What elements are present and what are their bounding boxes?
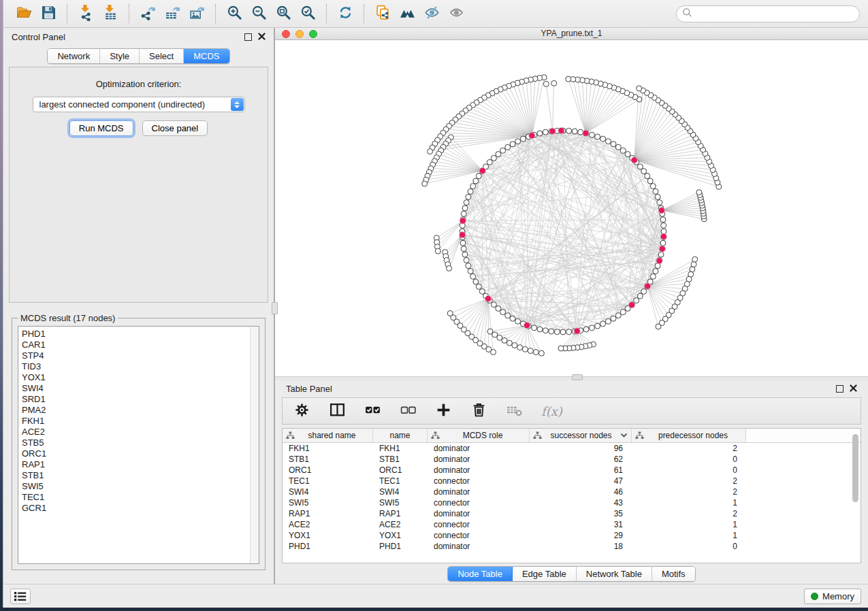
mcds-result-item[interactable]: TID3 [22, 361, 259, 372]
import-table-button[interactable] [98, 3, 123, 24]
mcds-result-item[interactable]: STP4 [22, 350, 259, 361]
settings-button[interactable] [293, 401, 310, 421]
minimize-frame-icon[interactable] [295, 30, 304, 38]
table-row[interactable]: ACE2ACE2connector311 [283, 519, 861, 530]
mcds-result-item[interactable]: ORC1 [22, 448, 259, 459]
import-table-icon [102, 4, 119, 24]
table-scrollbar-thumb[interactable] [852, 434, 858, 502]
table-row[interactable]: SWI5SWI5connector431 [283, 497, 861, 508]
tab-motifs[interactable]: Motifs [652, 567, 695, 581]
mcds-result-item[interactable]: GCR1 [22, 503, 259, 514]
deselect-all-button[interactable] [400, 401, 417, 421]
network-canvas[interactable] [275, 40, 868, 376]
cell-predecessor_nodes: 2 [632, 509, 746, 518]
mcds-result-item[interactable]: ACE2 [22, 427, 259, 437]
export-table-button[interactable] [160, 3, 184, 24]
split-panel-button[interactable] [329, 401, 346, 421]
cell-successor_nodes: 29 [530, 531, 632, 540]
add-column-button[interactable] [435, 401, 452, 421]
delete-column-button[interactable] [470, 401, 487, 421]
table-row[interactable]: YOX1YOX1connector291 [283, 530, 861, 541]
mcds-result-item[interactable]: STB5 [22, 437, 259, 448]
vertical-splitter-handle[interactable] [272, 302, 278, 314]
mcds-result-item[interactable]: CAR1 [22, 340, 259, 350]
task-history-button[interactable] [10, 589, 31, 604]
import-network-button[interactable] [74, 3, 98, 24]
mcds-result-item[interactable]: SWI4 [22, 383, 259, 394]
close-panel-icon[interactable] [258, 32, 266, 42]
cell-successor_nodes: 46 [530, 487, 632, 497]
export-network-button[interactable] [135, 3, 160, 24]
clone-network-button[interactable] [370, 3, 395, 24]
mcds-result-item[interactable]: YOX1 [22, 372, 259, 383]
zoom-selected-button[interactable] [295, 3, 320, 24]
zoom-out-button[interactable] [246, 3, 271, 24]
show-all-icon [448, 4, 465, 24]
horizontal-splitter[interactable] [275, 376, 868, 380]
zoom-fit-button[interactable] [271, 3, 295, 24]
cell-predecessor_nodes: 2 [632, 444, 746, 453]
maximize-frame-icon[interactable] [309, 30, 317, 38]
cell-predecessor_nodes: 1 [632, 498, 746, 508]
column-header-MCDS-role[interactable]: MCDS role [428, 429, 530, 442]
mcds-result-item[interactable]: RAP1 [22, 459, 259, 470]
search-box[interactable] [676, 5, 860, 22]
mcds-result-item[interactable]: TEC1 [22, 492, 259, 503]
table-row[interactable]: PHD1PHD1dominator180 [283, 541, 861, 552]
mcds-list-scrollbar[interactable] [250, 327, 259, 563]
column-header-shared-name[interactable]: shared name [283, 429, 373, 442]
open-button[interactable] [12, 3, 36, 24]
mcds-result-item[interactable]: STB1 [22, 470, 259, 481]
show-all-button[interactable] [444, 3, 468, 24]
run-mcds-button[interactable]: Run MCDS [69, 120, 133, 136]
table-row[interactable]: RAP1RAP1dominator352 [283, 508, 861, 519]
column-header-successor-nodes[interactable]: successor nodes [530, 429, 632, 442]
memory-label: Memory [822, 591, 854, 601]
float-panel-icon[interactable] [244, 33, 252, 41]
binoculars-button[interactable] [395, 3, 419, 24]
export-table-icon [164, 4, 181, 24]
save-button[interactable] [36, 3, 61, 24]
select-all-button[interactable] [364, 401, 381, 421]
cell-name: TEC1 [373, 476, 428, 486]
horizontal-splitter-handle[interactable] [572, 374, 583, 380]
mcds-result-item[interactable]: FKH1 [22, 416, 259, 427]
float-table-panel-icon[interactable] [836, 385, 843, 393]
tab-style[interactable]: Style [100, 49, 140, 63]
mcds-result-item[interactable]: PMA2 [22, 405, 259, 416]
search-input[interactable] [696, 9, 854, 18]
close-panel-button[interactable]: Close panel [142, 120, 208, 136]
memory-button[interactable]: Memory [804, 589, 861, 604]
table-row[interactable]: STB1STB1dominator620 [283, 454, 861, 465]
table-row[interactable]: SWI4SWI4dominator462 [283, 486, 861, 497]
cell-predecessor_nodes: 1 [632, 531, 746, 540]
tab-network[interactable]: Network [48, 49, 100, 63]
cell-name: PHD1 [373, 542, 428, 551]
tab-mcds[interactable]: MCDS [184, 49, 229, 63]
mcds-result-item[interactable]: SRD1 [22, 394, 259, 405]
close-frame-icon[interactable] [282, 30, 290, 38]
tab-select[interactable]: Select [140, 49, 184, 63]
column-header-name[interactable]: name [373, 429, 428, 442]
mcds-result-list[interactable]: PHD1CAR1STP4TID3YOX1SWI4SRD1PMA2FKH1ACE2… [18, 326, 259, 564]
table-header-row: shared namenameMCDS rolesuccessor nodesp… [283, 429, 861, 443]
hide-selected-button[interactable] [419, 3, 444, 24]
mcds-result-item[interactable]: PHD1 [22, 329, 259, 340]
network-frame-titlebar[interactable]: YPA_prune.txt_1 [275, 28, 868, 40]
table-row[interactable]: ORC1ORC1dominator610 [283, 465, 861, 476]
table-row[interactable]: FKH1FKH1dominator962 [283, 443, 861, 454]
cell-shared_name: ACE2 [283, 520, 373, 529]
refresh-button[interactable] [333, 3, 357, 24]
export-image-button[interactable] [184, 3, 209, 24]
tab-node-table[interactable]: Node Table [448, 567, 513, 581]
tab-edge-table[interactable]: Edge Table [513, 567, 577, 581]
cell-mcds_role: dominator [428, 444, 530, 453]
close-table-panel-icon[interactable] [850, 384, 857, 394]
tab-network-table[interactable]: Network Table [577, 567, 652, 581]
table-row[interactable]: TEC1TEC1connector472 [283, 476, 861, 486]
export-image-icon [189, 4, 206, 24]
mcds-result-item[interactable]: SWI5 [22, 481, 259, 492]
column-header-predecessor-nodes[interactable]: predecessor nodes [632, 429, 746, 442]
zoom-in-button[interactable] [222, 3, 246, 24]
optimization-criterion-select[interactable]: largest connected component (undirected) [33, 97, 245, 112]
